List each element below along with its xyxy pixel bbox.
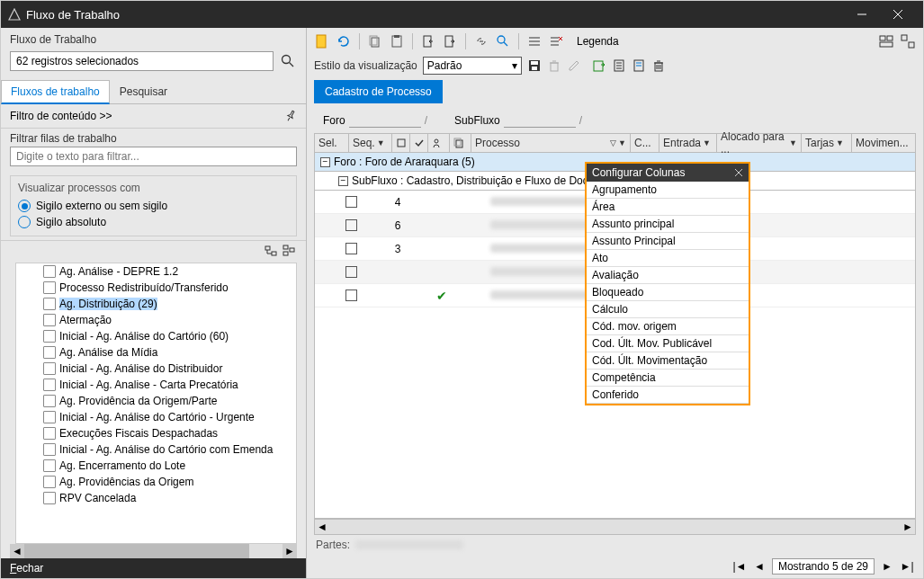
column-option[interactable]: Cod. Últ. Mov. Publicável <box>587 335 749 352</box>
link-icon[interactable] <box>473 33 489 49</box>
col-copy-icon[interactable] <box>450 134 471 152</box>
column-option[interactable]: Cód. Últ. Movimentação <box>587 352 749 370</box>
col-movimen[interactable]: Movimen... <box>852 134 915 152</box>
vis-style-combo[interactable]: Padrão ▾ <box>423 57 522 75</box>
pin-icon[interactable] <box>282 107 299 124</box>
tree-item[interactable]: Inicial - Ag. Análise do Cartório com Em… <box>16 441 296 458</box>
doc-in-icon[interactable] <box>420 33 436 49</box>
pager-first-icon[interactable]: |◄ <box>732 559 747 574</box>
column-option[interactable]: Conferido <box>587 387 749 404</box>
col-c[interactable]: C... <box>631 134 659 152</box>
collapse-icon[interactable]: − <box>320 157 330 167</box>
export-icon[interactable] <box>592 58 606 73</box>
col-alocado[interactable]: Alocado para ...▼ <box>717 134 802 152</box>
row-checkbox[interactable] <box>345 243 357 254</box>
column-option[interactable]: Ato <box>587 250 749 267</box>
find-icon[interactable] <box>495 33 511 49</box>
tree-item[interactable]: Inicial - Ag. Analise - Carta Precatória <box>16 377 296 393</box>
foro-input[interactable] <box>349 112 421 128</box>
subfluxo-input[interactable] <box>504 112 576 128</box>
col-user-icon[interactable] <box>428 134 450 152</box>
doc-icon[interactable] <box>612 58 626 73</box>
col-processo[interactable]: Processo▽ ▼ <box>471 134 631 152</box>
delete-icon[interactable] <box>547 58 561 73</box>
pager-prev-icon[interactable]: ◄ <box>752 559 767 574</box>
grid-hscroll[interactable]: ◄ ► <box>314 519 916 535</box>
tree-item[interactable]: RPV Cancelada <box>16 490 296 506</box>
collapse-icon[interactable]: − <box>338 176 348 186</box>
column-option[interactable]: Área <box>587 199 749 216</box>
row-checkbox[interactable] <box>345 290 357 301</box>
trash-icon[interactable] <box>651 58 666 73</box>
tab-workflows[interactable]: Fluxos de trabalho <box>1 80 110 104</box>
col-sel[interactable]: Sel. <box>315 134 349 152</box>
workflow-tree[interactable]: Ag. Análise - DEPRE 1.2Processo Redistri… <box>15 263 297 544</box>
tree-item[interactable]: Processo Redistribuído/Transferido <box>16 280 296 296</box>
paste-icon[interactable] <box>389 33 405 49</box>
column-option[interactable]: Agrupamento <box>587 182 749 199</box>
radio-external-row[interactable]: Sigilo externo ou sem sigilo <box>18 198 289 214</box>
scroll-left-icon[interactable]: ◄ <box>10 544 24 558</box>
tree-item[interactable]: Ag. Providências da Origem <box>16 474 296 490</box>
tree-item[interactable]: Ag. Encerramento do Lote <box>16 458 296 474</box>
radio-external[interactable] <box>18 200 31 212</box>
doc2-icon[interactable] <box>632 58 646 73</box>
col-entrada[interactable]: Entrada▼ <box>659 134 717 152</box>
filter-queues-input[interactable] <box>10 147 297 166</box>
radio-absolute[interactable] <box>18 216 31 228</box>
tree-item[interactable]: Inicial - Ag. Análise do Distribuidor <box>16 361 296 377</box>
column-option[interactable]: Bloqueado <box>587 284 749 301</box>
layout-icon-1[interactable] <box>878 33 894 49</box>
scroll-right-icon[interactable]: ► <box>901 521 915 533</box>
radio-absolute-row[interactable]: Sigilo absoluto <box>18 214 289 230</box>
row-checkbox[interactable] <box>345 196 357 208</box>
refresh-icon[interactable] <box>336 33 352 49</box>
tree-item[interactable]: Inicial - Ag. Análise do Cartório (60) <box>16 328 296 344</box>
column-option[interactable]: Assunto Principal <box>587 233 749 250</box>
row-checkbox[interactable] <box>345 219 357 231</box>
save-icon[interactable] <box>527 58 542 73</box>
list-icon[interactable] <box>526 33 543 49</box>
minimize-button[interactable] <box>844 1 880 28</box>
column-option[interactable]: Assunto principal <box>587 216 749 233</box>
scroll-left-icon[interactable]: ◄ <box>315 521 329 533</box>
close-button[interactable] <box>880 1 916 28</box>
tree-hscroll[interactable]: ◄ ► <box>10 544 297 558</box>
tab-cadastro-processo[interactable]: Cadastro de Processo <box>314 80 443 103</box>
close-bar[interactable]: Fechar <box>1 558 306 578</box>
row-checkbox[interactable] <box>345 266 357 278</box>
column-option[interactable]: Avaliação <box>587 267 749 284</box>
tree-item[interactable]: Execuções Fiscais Despachadas <box>16 425 296 441</box>
list-remove-icon[interactable] <box>548 33 564 49</box>
tree-item[interactable]: Ag. Providência da Origem/Parte <box>16 393 296 409</box>
column-option[interactable]: Cálculo <box>587 301 749 318</box>
filter-header[interactable]: Filtro de conteúdo >> <box>10 110 112 122</box>
edit-icon[interactable] <box>567 58 581 73</box>
col-check-icon[interactable] <box>410 134 428 152</box>
scroll-thumb[interactable] <box>24 544 249 558</box>
tree-item[interactable]: Atermação <box>16 312 296 328</box>
legend-label[interactable]: Legenda <box>577 35 619 48</box>
tree-icon-2[interactable] <box>283 245 297 259</box>
scroll-right-icon[interactable]: ► <box>283 544 297 558</box>
column-config-close-icon[interactable] <box>734 168 743 177</box>
tree-icon-1[interactable] <box>265 245 279 259</box>
tree-item[interactable]: Ag. Distribuição (29) <box>16 296 296 312</box>
tab-search[interactable]: Pesquisar <box>110 80 177 103</box>
pager-last-icon[interactable]: ►| <box>900 559 914 574</box>
new-icon[interactable] <box>314 33 330 49</box>
layout-icon-2[interactable] <box>900 33 916 49</box>
search-input[interactable] <box>10 51 274 71</box>
col-tarjas[interactable]: Tarjas▼ <box>802 134 852 152</box>
doc-out-icon[interactable] <box>442 33 458 49</box>
tree-item[interactable]: Ag. Análise - DEPRE 1.2 <box>16 263 296 280</box>
copy-icon[interactable] <box>367 33 383 49</box>
tree-item[interactable]: Inicial - Ag. Análise do Cartório - Urge… <box>16 409 296 425</box>
col-seq[interactable]: Seq.▼ <box>349 134 392 152</box>
col-flag-icon[interactable] <box>392 134 410 152</box>
pager-next-icon[interactable]: ► <box>880 559 894 574</box>
column-option[interactable]: Cód. mov. origem <box>587 318 749 335</box>
column-option[interactable]: Competência <box>587 370 749 387</box>
search-icon[interactable] <box>279 52 297 70</box>
tree-item[interactable]: Ag. Análise da Mídia <box>16 344 296 361</box>
